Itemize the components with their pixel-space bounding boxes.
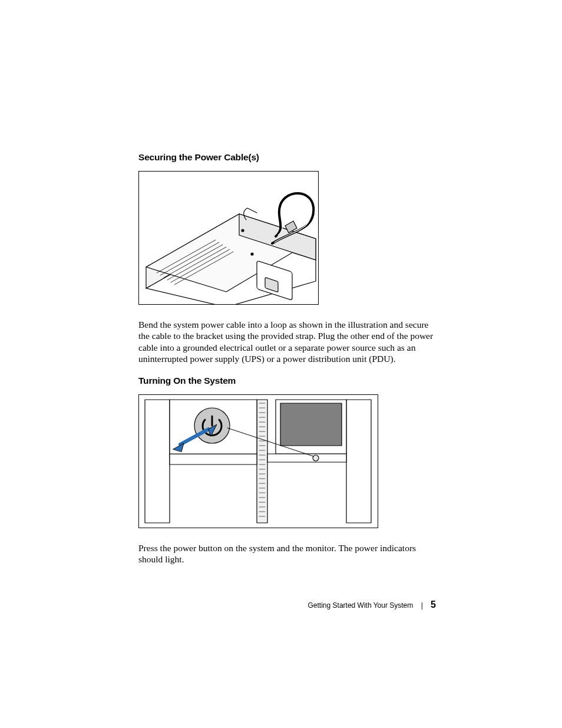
heading-turning-on-system: Turning On the System bbox=[138, 375, 436, 386]
footer-separator: | bbox=[421, 601, 423, 610]
power-on-illustration-icon bbox=[139, 395, 378, 528]
svg-point-3 bbox=[251, 253, 253, 255]
svg-rect-34 bbox=[267, 454, 346, 462]
footer-doc-title: Getting Started With Your System bbox=[308, 601, 414, 610]
power-cable-illustration-icon bbox=[139, 172, 318, 304]
svg-rect-5 bbox=[346, 400, 371, 523]
svg-rect-6 bbox=[257, 400, 267, 523]
svg-rect-33 bbox=[280, 403, 342, 446]
paragraph-securing-power-cable: Bend the system power cable into a loop … bbox=[138, 319, 436, 365]
heading-securing-power-cable: Securing the Power Cable(s) bbox=[138, 152, 436, 163]
page-footer: Getting Started With Your System | 5 bbox=[138, 599, 436, 610]
figure-turning-on-system bbox=[138, 394, 378, 528]
svg-rect-4 bbox=[145, 400, 170, 523]
svg-rect-37 bbox=[170, 454, 257, 465]
paragraph-turning-on-system: Press the power button on the system and… bbox=[138, 542, 436, 565]
footer-page-number: 5 bbox=[431, 599, 436, 610]
figure-power-cable-securing bbox=[138, 171, 319, 305]
svg-point-35 bbox=[313, 455, 319, 461]
svg-point-2 bbox=[242, 229, 244, 232]
